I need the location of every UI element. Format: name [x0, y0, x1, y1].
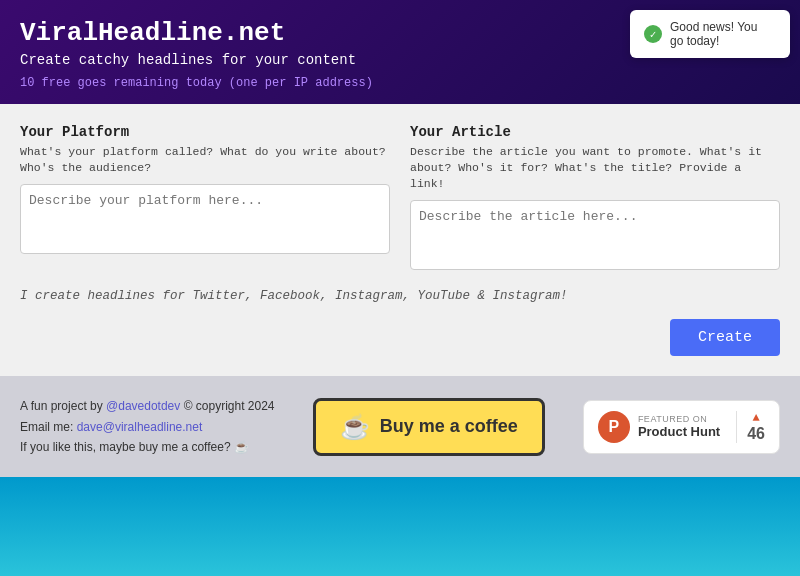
article-hint: Describe the article you want to promote… — [410, 144, 780, 192]
footer-coffee-text: If you like this, maybe buy me a coffee?… — [20, 437, 275, 457]
article-textarea[interactable] — [410, 200, 780, 270]
bottom-gradient — [0, 477, 800, 576]
platform-hint: What's your platform called? What do you… — [20, 144, 390, 176]
coffee-icon: ☕ — [340, 413, 370, 441]
ph-featured-label: FEATURED ON — [638, 414, 720, 424]
info-text: I create headlines for Twitter, Facebook… — [20, 289, 780, 303]
ph-name-label: Product Hunt — [638, 424, 720, 439]
buy-coffee-label: Buy me a coffee — [380, 416, 518, 437]
create-btn-row: Create — [20, 319, 780, 356]
create-button[interactable]: Create — [670, 319, 780, 356]
page-header: ViralHeadline.net Create catchy headline… — [0, 0, 800, 104]
ph-score-block: ▲ 46 — [736, 411, 765, 443]
article-group: Your Article Describe the article you wa… — [410, 124, 780, 275]
form-row: Your Platform What's your platform calle… — [20, 124, 780, 275]
ph-text-block: FEATURED ON Product Hunt — [638, 414, 720, 439]
ph-arrow-icon: ▲ — [753, 411, 760, 425]
email-link[interactable]: dave@viralheadline.net — [77, 420, 203, 434]
footer-email: Email me: dave@viralheadline.net — [20, 417, 275, 437]
article-label: Your Article — [410, 124, 780, 140]
buy-coffee-button[interactable]: ☕ Buy me a coffee — [313, 398, 545, 456]
check-icon: ✓ — [644, 25, 662, 43]
page-footer: A fun project by @davedotdev © copyright… — [0, 376, 800, 477]
product-hunt-badge[interactable]: P FEATURED ON Product Hunt ▲ 46 — [583, 400, 780, 454]
main-content: Your Platform What's your platform calle… — [0, 104, 800, 376]
author-link[interactable]: @davedotdev — [106, 399, 180, 413]
notification-banner: ✓ Good news! You go today! — [630, 10, 790, 58]
notification-text: Good news! You go today! — [670, 20, 757, 48]
footer-credit: A fun project by @davedotdev © copyright… — [20, 396, 275, 416]
footer-left: A fun project by @davedotdev © copyright… — [20, 396, 275, 457]
product-hunt-logo: P — [598, 411, 630, 443]
platform-label: Your Platform — [20, 124, 390, 140]
platform-textarea[interactable] — [20, 184, 390, 254]
ph-count: 46 — [747, 425, 765, 443]
free-count-text: 10 free goes remaining today (one per IP… — [20, 76, 780, 90]
platform-group: Your Platform What's your platform calle… — [20, 124, 390, 275]
